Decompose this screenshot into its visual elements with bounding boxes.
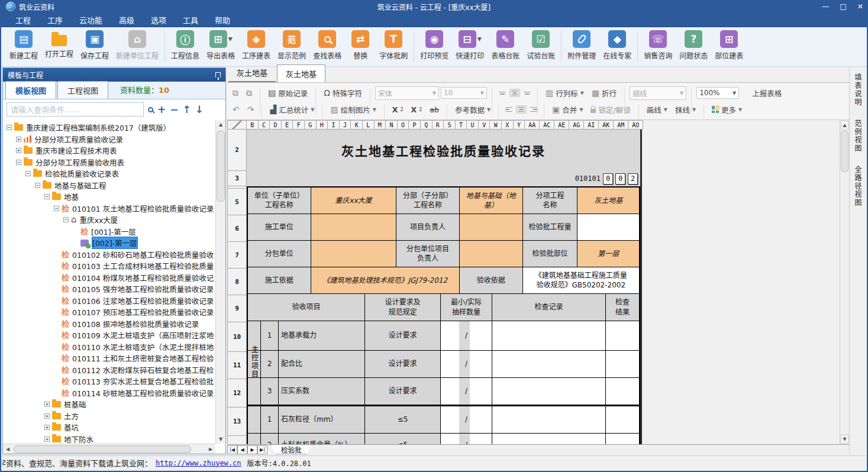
- wrap-button[interactable]: ▦折行: [589, 86, 619, 100]
- column-header-AO[interactable]: AO: [628, 120, 643, 130]
- expand-icon[interactable]: +: [157, 105, 166, 115]
- tree-item[interactable]: [002]-第一层: [3, 237, 215, 249]
- menu-item-6[interactable]: 工具: [175, 13, 206, 27]
- menu-item-1[interactable]: 工程: [7, 13, 39, 27]
- item-cell[interactable]: /: [441, 406, 492, 434]
- align-top-icon[interactable]: [497, 89, 508, 97]
- tree-item[interactable]: −检010101 灰土地基工程检验批质量验收记录: [3, 203, 215, 215]
- align-left-icon[interactable]: [504, 105, 514, 114]
- column-header-G[interactable]: G: [305, 120, 317, 130]
- check-result-cell[interactable]: [606, 434, 639, 444]
- align-center-icon[interactable]: [516, 105, 527, 114]
- column-header-E[interactable]: E: [282, 120, 293, 130]
- tab-template-view[interactable]: 模板视图: [5, 81, 56, 99]
- move-down-icon[interactable]: ↓: [195, 105, 204, 115]
- row-header-2[interactable]: 2: [227, 130, 247, 171]
- form-value-cell[interactable]: [577, 214, 639, 241]
- tree-item[interactable]: 检010106 注浆地基工程检验批质量验收记录: [3, 295, 215, 307]
- column-header-N[interactable]: N: [386, 120, 398, 130]
- dropdown-arrow-icon[interactable]: ▼: [477, 36, 482, 42]
- form-value-cell[interactable]: 《建筑地基基础工程施工质量 验收规范》GB50202-2002: [523, 267, 639, 294]
- zoom-select[interactable]: 100%▼: [696, 87, 739, 99]
- tree-item[interactable]: 检010110 水泥土桩墙支护（水泥土搅拌桩地: [3, 341, 215, 353]
- form-canvas[interactable]: 灰土地基工程检验批质量验收记录 010101 0 0 2 单位（子单位） 工程名…: [247, 130, 642, 444]
- scroll-up-icon[interactable]: ▲: [216, 120, 225, 129]
- tree-item[interactable]: −地基: [3, 191, 215, 203]
- column-header-V[interactable]: V: [479, 120, 491, 130]
- side-tab-2[interactable]: 范例视图: [853, 119, 863, 153]
- original-record-button[interactable]: ▤原始记录: [265, 86, 311, 100]
- tree-item[interactable]: 检010111 土和灰土挤密桩复合地基工程检验: [3, 353, 215, 364]
- strikethrough-button[interactable]: ab: [427, 104, 442, 115]
- expand-icon[interactable]: +: [16, 148, 21, 153]
- tree-item[interactable]: 检010113 夯实水泥土桩复合地基工程检验批: [3, 376, 215, 387]
- collapse-icon[interactable]: −: [35, 183, 40, 188]
- draw-line-button[interactable]: 画线▼: [644, 103, 670, 117]
- column-header-P[interactable]: P: [409, 120, 421, 130]
- form-value-cell[interactable]: 地基与基础（地 基）: [460, 187, 523, 214]
- dropdown-arrow-icon[interactable]: ▼: [228, 36, 233, 42]
- form-value-cell[interactable]: 重庆xx大厦: [311, 187, 397, 214]
- form-value-cell[interactable]: [311, 214, 397, 241]
- expand-icon[interactable]: +: [44, 437, 50, 442]
- check-record-cell[interactable]: [492, 351, 606, 378]
- search-icon[interactable]: [148, 107, 153, 112]
- scrollbar-thumb[interactable]: [14, 445, 191, 453]
- toolbar-button-打印预览[interactable]: ◉打印预览: [417, 30, 452, 60]
- scrollbar-thumb[interactable]: [841, 131, 848, 172]
- row-header-6[interactable]: 6: [227, 215, 247, 242]
- column-header-I[interactable]: I: [328, 120, 340, 130]
- menu-item-5[interactable]: 选项: [143, 13, 175, 27]
- column-header-F[interactable]: F: [293, 120, 305, 130]
- scroll-right-icon[interactable]: ▶: [206, 445, 215, 454]
- column-header-AI[interactable]: AI: [584, 120, 599, 130]
- erase-line-button[interactable]: 抹线▼: [672, 103, 699, 117]
- column-header-K[interactable]: K: [351, 120, 363, 130]
- column-header-J[interactable]: J: [340, 120, 351, 130]
- expand-icon[interactable]: +: [44, 402, 50, 407]
- scroll-left-icon[interactable]: ◀: [3, 445, 12, 454]
- row-header-10[interactable]: 10: [227, 322, 247, 352]
- scroll-up-icon[interactable]: ▲: [841, 121, 848, 130]
- check-result-cell[interactable]: [606, 351, 639, 378]
- tree-item[interactable]: 检[001]-第一层: [3, 226, 215, 238]
- reference-data-button[interactable]: 参考数据▼: [452, 103, 493, 117]
- tree-item[interactable]: −重庆建设工程档案编制系统2017（建筑版）: [3, 122, 215, 134]
- check-record-cell[interactable]: [492, 321, 606, 351]
- code-box[interactable]: 0: [603, 173, 613, 185]
- tree-item[interactable]: +桩基础: [3, 399, 215, 410]
- column-header-O[interactable]: O: [398, 120, 409, 130]
- column-header-T[interactable]: T: [456, 120, 467, 130]
- tree-item[interactable]: −地基与基础工程: [3, 180, 215, 192]
- row-header-7[interactable]: 7: [227, 242, 247, 269]
- tree-item[interactable]: +土方: [3, 410, 215, 422]
- collapse-icon[interactable]: −: [170, 105, 178, 115]
- redo-icon[interactable]: ↷: [247, 105, 254, 114]
- code-box[interactable]: 2: [628, 173, 638, 185]
- row-header-14[interactable]: 14: [227, 436, 247, 444]
- expand-icon[interactable]: +: [44, 425, 50, 430]
- toolbar-button-试验台账[interactable]: ☑试验台账: [523, 30, 559, 60]
- toolbar-button-打开工程[interactable]: 打开工程: [41, 30, 77, 59]
- tree-item[interactable]: +分部分项工程质量验收记录: [3, 134, 215, 146]
- row-header-8[interactable]: 8: [227, 269, 247, 295]
- toolbar-button-附件管理[interactable]: 附件管理: [564, 30, 599, 60]
- row-header-13[interactable]: 13: [227, 408, 247, 436]
- check-result-cell[interactable]: [606, 378, 639, 405]
- expand-icon[interactable]: +: [16, 137, 21, 142]
- toolbar-button-在线专家[interactable]: ◆在线专家: [599, 30, 635, 60]
- copy-icon[interactable]: ⧉: [233, 89, 238, 97]
- tree-item[interactable]: −分部分项工程质量验收用表: [3, 157, 215, 169]
- collapse-icon[interactable]: −: [16, 160, 21, 165]
- column-header-Y[interactable]: Y: [514, 120, 525, 130]
- form-value-cell[interactable]: [460, 214, 523, 241]
- pin-icon[interactable]: [215, 72, 221, 77]
- side-tab-1[interactable]: 填表说明: [853, 73, 863, 106]
- collapse-icon[interactable]: −: [25, 171, 31, 176]
- check-record-cell[interactable]: [492, 434, 606, 444]
- scroll-down-icon[interactable]: ▼: [841, 435, 848, 444]
- row-header-11[interactable]: 11: [227, 352, 247, 379]
- font-size-select[interactable]: 10▼: [441, 87, 487, 99]
- special-char-button[interactable]: Ω特殊字符: [321, 86, 365, 100]
- toolbar-button-替换[interactable]: ⇄替换: [345, 30, 376, 60]
